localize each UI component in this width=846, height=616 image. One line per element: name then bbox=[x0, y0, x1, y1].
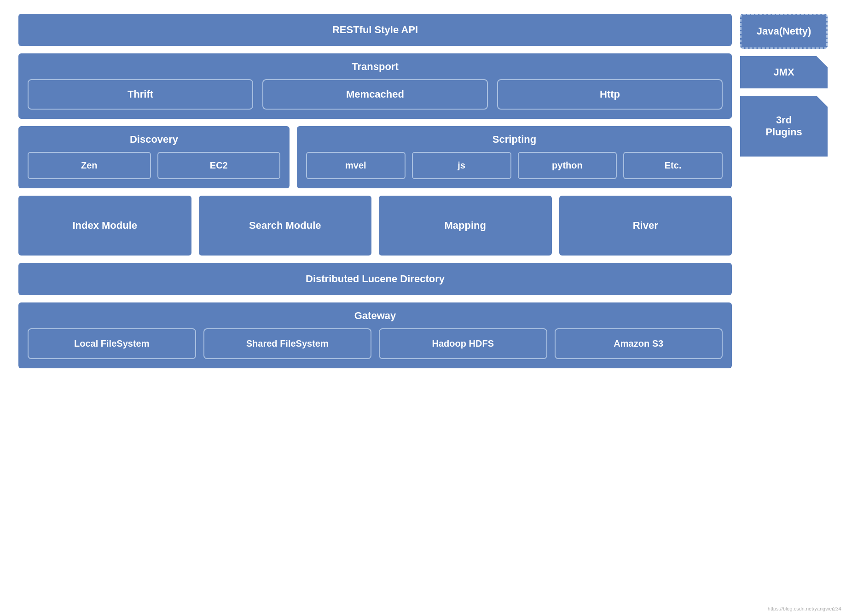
gateway-hadoop: Hadoop HDFS bbox=[379, 328, 547, 359]
restful-api-label: RESTful Style API bbox=[332, 24, 418, 35]
scripting-items: mvel js python Etc. bbox=[306, 152, 723, 179]
discovery-items: Zen EC2 bbox=[28, 152, 280, 179]
scripting-python: python bbox=[518, 152, 617, 179]
jmx-label: JMX bbox=[773, 66, 794, 78]
discovery-title: Discovery bbox=[28, 134, 280, 145]
discovery-block: Discovery Zen EC2 bbox=[18, 126, 290, 188]
modules-row: Index Module Search Module Mapping River bbox=[18, 196, 732, 256]
third-plugins-label: 3rd Plugins bbox=[765, 114, 802, 138]
mapping-block: Mapping bbox=[379, 196, 552, 256]
scripting-title: Scripting bbox=[306, 134, 723, 145]
scripting-js: js bbox=[412, 152, 511, 179]
transport-block: Transport Thrift Memcached Http bbox=[18, 53, 732, 119]
scripting-mvel: mvel bbox=[306, 152, 406, 179]
discovery-zen: Zen bbox=[28, 152, 151, 179]
transport-http: Http bbox=[497, 79, 723, 110]
transport-memcached: Memcached bbox=[262, 79, 488, 110]
transport-thrift: Thrift bbox=[28, 79, 253, 110]
third-plugins-block: 3rd Plugins bbox=[740, 96, 828, 157]
gateway-block: Gateway Local FileSystem Shared FileSyst… bbox=[18, 302, 732, 368]
transport-title: Transport bbox=[28, 61, 723, 73]
restful-api-block: RESTful Style API bbox=[18, 14, 732, 46]
gateway-local-fs: Local FileSystem bbox=[28, 328, 196, 359]
lucene-block: Distributed Lucene Directory bbox=[18, 263, 732, 295]
gateway-shared-fs: Shared FileSystem bbox=[203, 328, 372, 359]
gateway-items: Local FileSystem Shared FileSystem Hadoo… bbox=[28, 328, 723, 359]
transport-items: Thrift Memcached Http bbox=[28, 79, 723, 110]
scripting-etc: Etc. bbox=[623, 152, 723, 179]
scripting-block: Scripting mvel js python Etc. bbox=[297, 126, 732, 188]
lucene-label: Distributed Lucene Directory bbox=[306, 273, 445, 285]
river-block: River bbox=[559, 196, 732, 256]
main-diagram: RESTful Style API Transport Thrift Memca… bbox=[18, 14, 732, 368]
watermark: https://blog.csdn.net/yangwei234 bbox=[768, 606, 841, 611]
java-netty-block: Java(Netty) bbox=[740, 14, 828, 49]
jmx-block: JMX bbox=[740, 56, 828, 88]
right-sidebar: Java(Netty) JMX 3rd Plugins bbox=[740, 14, 828, 157]
search-module-block: Search Module bbox=[199, 196, 372, 256]
index-module-block: Index Module bbox=[18, 196, 191, 256]
gateway-title: Gateway bbox=[28, 310, 723, 322]
discovery-ec2: EC2 bbox=[157, 152, 281, 179]
java-netty-label: Java(Netty) bbox=[757, 25, 811, 37]
discovery-scripting-row: Discovery Zen EC2 Scripting mvel bbox=[18, 126, 732, 188]
gateway-s3: Amazon S3 bbox=[555, 328, 723, 359]
